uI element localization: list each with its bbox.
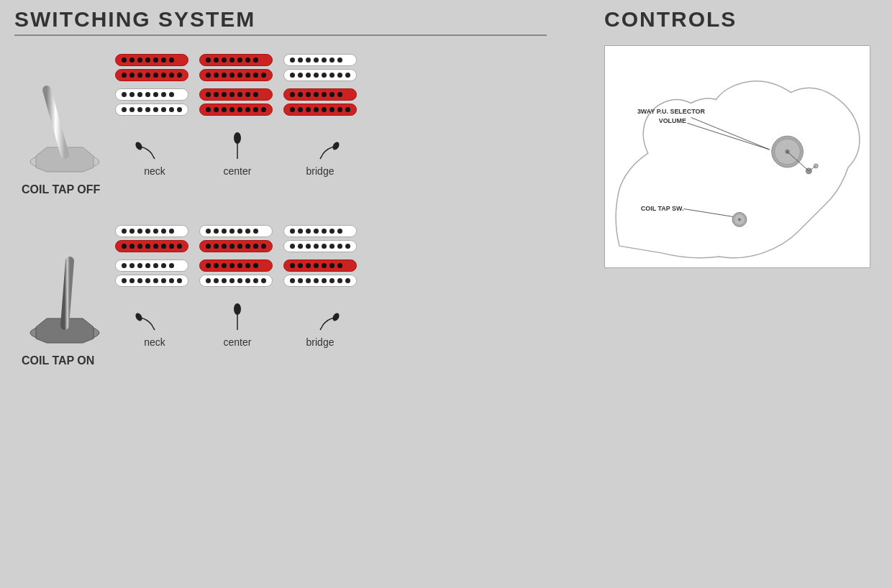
pickup-bar [115, 104, 188, 116]
switching-system-title: SWITCHING SYSTEM [14, 7, 547, 36]
pickup-center-on-top [199, 225, 273, 252]
pickup-bar [199, 54, 273, 66]
coil-tap-off-section: COIL TAP OFF [14, 47, 590, 196]
pickup-row-off-top [115, 54, 590, 81]
position-neck-on: neck [119, 298, 191, 348]
pickup-bridge-on-bottom [283, 259, 357, 287]
coil-tap-on-switch-area: COIL TAP ON [14, 225, 115, 367]
bridge-label-on: bridge [306, 336, 334, 348]
position-neck-off: neck [119, 127, 191, 177]
coil-tap-on-label: COIL TAP ON [14, 354, 115, 367]
pickup-bar [115, 275, 188, 287]
svg-line-2 [47, 90, 65, 155]
position-center-off: center [201, 127, 273, 177]
coil-tap-on-icon [25, 232, 104, 347]
svg-line-8 [65, 261, 70, 326]
positions-row-on: neck center bridge [115, 298, 590, 348]
pickup-neck-on-bottom [115, 259, 188, 287]
volume-label: VOLUME [659, 117, 686, 124]
pickup-bar [199, 240, 273, 252]
pickup-bar [283, 54, 357, 66]
coil-tap-off-icon [25, 61, 104, 176]
svg-point-3 [135, 141, 144, 151]
bridge-toggle-off-icon [291, 127, 349, 162]
neck-label-off: neck [144, 165, 165, 177]
svg-point-10 [234, 303, 241, 315]
svg-point-11 [332, 312, 341, 322]
pickup-center-off-top [199, 54, 273, 81]
pickup-center-on-bottom [199, 259, 273, 287]
pickup-neck-off-bottom [115, 88, 188, 116]
selector-label: 3WAY P.U. SELECTOR [637, 108, 706, 115]
center-toggle-on-icon [209, 298, 266, 334]
pickup-bar [283, 240, 357, 252]
pickup-bridge-on-top [283, 225, 357, 252]
coil-tap-on-pickups: neck center bridge [115, 225, 590, 348]
center-label-on: center [224, 336, 252, 348]
position-bridge-on: bridge [284, 298, 356, 348]
pickup-row-on-top [115, 225, 590, 252]
neck-toggle-on-icon [126, 298, 183, 334]
switching-system-section: SWITCHING SYSTEM [14, 7, 590, 581]
pickup-bar [199, 69, 273, 81]
coil-tap-on-section: COIL TAP ON [14, 218, 590, 367]
coil-tap-off-pickups: neck center [115, 54, 590, 177]
pickup-bar [115, 54, 188, 66]
svg-point-5 [332, 141, 341, 151]
pickup-bar [115, 240, 188, 252]
pickup-bar [115, 259, 188, 272]
coil-tap-off-switch-area: COIL TAP OFF [14, 54, 115, 196]
controls-diagram-svg: 3WAY P.U. SELECTOR VOLUME COIL TAP SW. [605, 46, 870, 267]
pickup-row-on-bottom [115, 259, 590, 287]
bridge-toggle-on-icon [291, 298, 349, 334]
center-toggle-off-icon [209, 127, 266, 162]
position-center-on: center [201, 298, 273, 348]
positions-row-off: neck center [115, 127, 590, 177]
pickup-bar [115, 69, 188, 81]
pickup-bar [199, 259, 273, 272]
controls-section: CONTROLS 3WAY P.U. SELECTOR VOLUME COIL … [590, 7, 878, 581]
pickup-bar [283, 275, 357, 287]
pickup-bar [283, 69, 357, 81]
pickup-bar [199, 225, 273, 237]
controls-title: CONTROLS [604, 7, 878, 35]
pickup-bridge-off-top [283, 54, 357, 81]
coil-tap-label: COIL TAP SW. [641, 205, 684, 212]
svg-point-9 [135, 312, 144, 322]
pickup-bar [115, 225, 188, 237]
pickup-bar [283, 104, 357, 116]
pickup-row-off-bottom [115, 88, 590, 116]
pickup-neck-on-top [115, 225, 188, 252]
center-label-off: center [224, 165, 252, 177]
pickup-bar [115, 88, 188, 101]
pickup-bar [283, 259, 357, 272]
pickup-neck-off-top [115, 54, 188, 81]
pickup-bar [283, 225, 357, 237]
neck-toggle-off-icon [126, 127, 183, 162]
position-bridge-off: bridge [284, 127, 356, 177]
coil-tap-off-label: COIL TAP OFF [14, 183, 115, 196]
bridge-label-off: bridge [306, 165, 334, 177]
neck-label-on: neck [144, 336, 165, 348]
controls-diagram: 3WAY P.U. SELECTOR VOLUME COIL TAP SW. [604, 45, 870, 268]
pickup-bar [283, 88, 357, 101]
pickup-bar [199, 104, 273, 116]
pickup-bridge-off-bottom [283, 88, 357, 116]
pickup-bar [199, 88, 273, 101]
page: SWITCHING SYSTEM [0, 0, 892, 588]
svg-point-20 [738, 218, 741, 221]
pickup-bar [199, 275, 273, 287]
svg-point-4 [234, 132, 241, 144]
pickup-center-off-bottom [199, 88, 273, 116]
